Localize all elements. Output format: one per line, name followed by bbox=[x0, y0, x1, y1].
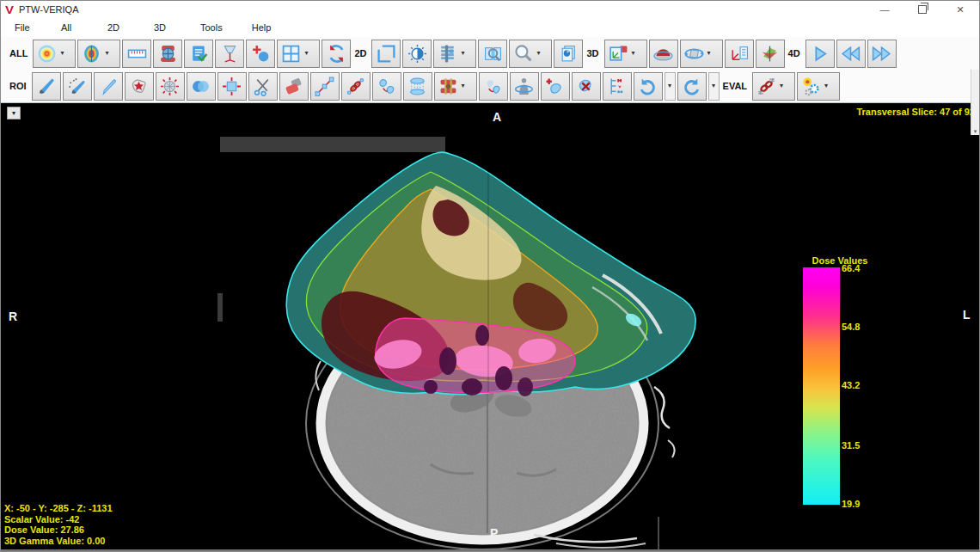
colorbar-tick: 66.4 bbox=[842, 263, 860, 273]
delete-contour-button[interactable] bbox=[572, 72, 601, 101]
sphere-margin-icon bbox=[160, 77, 180, 96]
cursor-readout: X: -50 - Y: -285 - Z: -1131 Scalar Value… bbox=[4, 503, 113, 546]
undo-button[interactable] bbox=[634, 72, 663, 101]
orientation-anterior-label: A bbox=[493, 110, 501, 124]
menu-item-file[interactable]: File bbox=[15, 22, 32, 33]
square-margin-button[interactable] bbox=[217, 72, 247, 101]
redo-button[interactable] bbox=[677, 72, 707, 101]
brush-button[interactable] bbox=[32, 72, 61, 101]
zoom-region-button[interactable] bbox=[371, 40, 401, 68]
report-pages-button[interactable] bbox=[554, 40, 583, 68]
transversal-viewport[interactable]: ▾ Transversal Slice: 47 of 92 A P R L X:… bbox=[1, 103, 980, 552]
poi-list-button[interactable] bbox=[603, 72, 632, 101]
contour-star-icon bbox=[129, 77, 149, 96]
toolbar-roi-eval: ▾ ROI▾▾▾EVAL▾▾ bbox=[1, 70, 979, 103]
add-contour-button[interactable] bbox=[541, 72, 570, 101]
dropdown-caret-icon: ▾ bbox=[536, 50, 540, 57]
polyline-button[interactable] bbox=[310, 72, 340, 101]
eraser-icon bbox=[284, 77, 303, 96]
toolbar-overflow-scrollbar[interactable]: ▾ bbox=[971, 70, 979, 135]
gamma-settings-button[interactable]: ▾ bbox=[797, 72, 840, 101]
rotate-3d-button[interactable]: ▾ bbox=[680, 40, 723, 68]
move-contour-button[interactable] bbox=[479, 72, 508, 101]
dose-link-icon bbox=[756, 77, 776, 96]
copy-contour-icon bbox=[377, 77, 396, 96]
square-margin-icon bbox=[222, 77, 242, 96]
dose-link-button[interactable]: ▾ bbox=[752, 72, 795, 101]
copy-contour-button[interactable] bbox=[372, 72, 401, 101]
play-button[interactable] bbox=[805, 40, 835, 68]
slice-info-label: Transversal Slice: 47 of 92 bbox=[856, 107, 975, 117]
slice-browse-button[interactable]: ▾ bbox=[433, 40, 476, 68]
viewport-layout-button[interactable]: ▾ bbox=[277, 40, 320, 68]
reset-view-button[interactable] bbox=[322, 40, 351, 68]
delete-contour-icon bbox=[576, 77, 596, 96]
move-contour-icon bbox=[483, 77, 503, 96]
contour-star-button[interactable] bbox=[125, 72, 154, 101]
axes-panel-button[interactable] bbox=[725, 40, 754, 68]
zoom-region-icon bbox=[377, 44, 396, 64]
dose-display-button[interactable]: ▾ bbox=[33, 40, 76, 68]
airbrush-button[interactable] bbox=[63, 72, 92, 101]
magnify-icon bbox=[513, 44, 533, 64]
menu-item-help[interactable]: Help bbox=[252, 22, 272, 33]
dropdown-caret-icon: ▾ bbox=[461, 50, 464, 57]
menu-item-tools[interactable]: Tools bbox=[200, 22, 223, 33]
slice-browse-icon bbox=[438, 44, 457, 64]
viewport-menu-button[interactable]: ▾ bbox=[7, 107, 21, 120]
planes-3d-button[interactable] bbox=[756, 40, 785, 68]
add-poi-button[interactable] bbox=[246, 40, 275, 68]
room-view-button[interactable]: ▾ bbox=[604, 40, 647, 68]
pen-button[interactable] bbox=[94, 72, 123, 101]
menu-item-all[interactable]: All bbox=[61, 22, 78, 33]
beam-view-icon bbox=[220, 44, 240, 64]
menu-item-2d[interactable]: 2D bbox=[107, 22, 125, 33]
dropdown-caret-icon: ▾ bbox=[780, 83, 783, 89]
minimize-button[interactable]: — bbox=[866, 1, 903, 18]
magnify-button[interactable]: ▾ bbox=[509, 40, 552, 68]
redo-icon bbox=[682, 77, 701, 96]
redo-dropdown-button[interactable]: ▾ bbox=[708, 72, 720, 101]
dose-colorwash-button[interactable]: ▾ bbox=[77, 40, 120, 68]
pen-icon bbox=[98, 77, 118, 96]
dropdown-caret-icon: ▾ bbox=[707, 50, 711, 57]
reset-view-icon bbox=[327, 44, 346, 64]
ruler-button[interactable] bbox=[122, 40, 151, 68]
gamma-value-readout: 3D Gamma Value: 0.00 bbox=[4, 536, 113, 547]
window-title: PTW-VERIQA bbox=[19, 4, 78, 15]
colorbar-tick: 43.2 bbox=[842, 380, 860, 390]
restore-button[interactable] bbox=[903, 1, 941, 18]
eraser-button[interactable] bbox=[279, 72, 309, 101]
structure-set-button[interactable]: ▾ bbox=[434, 72, 477, 101]
chain-nodes-button[interactable] bbox=[341, 72, 371, 101]
step-forward-icon bbox=[872, 44, 891, 64]
rotate-3d-icon bbox=[684, 44, 704, 64]
boolean-combine-button[interactable] bbox=[187, 72, 216, 101]
chain-nodes-icon bbox=[346, 77, 365, 96]
dropdown-caret-icon: ▾ bbox=[824, 83, 828, 89]
step-back-icon bbox=[841, 44, 861, 64]
dropdown-caret-icon: ▾ bbox=[632, 50, 635, 57]
step-back-button[interactable] bbox=[836, 40, 866, 68]
menu-item-3d[interactable]: 3D bbox=[154, 22, 171, 33]
surface-view-button[interactable] bbox=[649, 40, 678, 68]
close-button[interactable]: ✕ bbox=[941, 1, 979, 18]
compare-views-button[interactable] bbox=[478, 40, 507, 68]
orientation-right-label: R bbox=[9, 310, 17, 323]
compare-views-icon bbox=[483, 44, 503, 64]
beam-view-button[interactable] bbox=[215, 40, 244, 68]
cut-button[interactable] bbox=[248, 72, 278, 101]
interpolate-contours-button[interactable] bbox=[403, 72, 432, 101]
window-level-button[interactable] bbox=[402, 40, 432, 68]
sphere-margin-button[interactable] bbox=[156, 72, 185, 101]
step-forward-button[interactable] bbox=[867, 40, 897, 68]
plan-check-button[interactable] bbox=[184, 40, 213, 68]
undo-dropdown-button[interactable]: ▾ bbox=[665, 72, 676, 101]
colorbar-tick: 19.9 bbox=[842, 499, 860, 509]
machine-localize-button[interactable] bbox=[153, 40, 182, 68]
body-outline-button[interactable] bbox=[510, 72, 539, 101]
dose-value-readout: Dose Value: 27.86 bbox=[4, 524, 113, 536]
add-contour-icon bbox=[545, 77, 565, 96]
room-view-icon bbox=[609, 44, 628, 64]
coordinate-readout: X: -50 - Y: -285 - Z: -1131 bbox=[4, 503, 113, 514]
